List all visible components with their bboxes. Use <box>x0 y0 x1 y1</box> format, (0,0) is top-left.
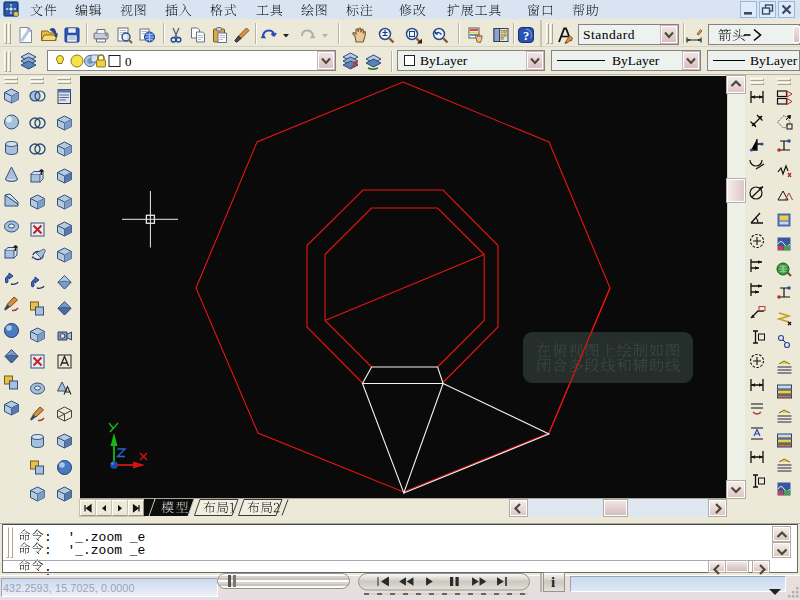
svg-text:?: ? <box>523 29 529 43</box>
